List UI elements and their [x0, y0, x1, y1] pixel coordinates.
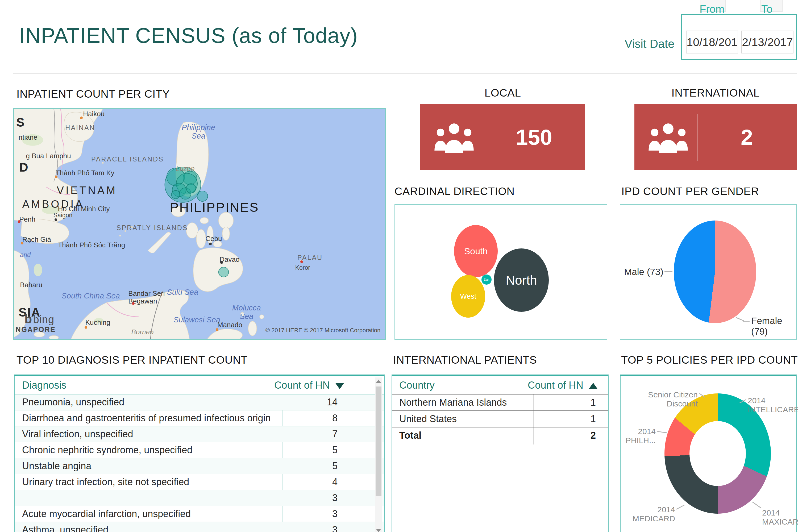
- count-cell: 1: [537, 411, 596, 427]
- cardinal-bubble-east[interactable]: East: [481, 274, 492, 285]
- map-city-dot: [220, 261, 223, 264]
- total-row: Total2: [392, 428, 608, 444]
- count-cell: 3: [284, 522, 338, 532]
- donut-label: 2014 INTELLICARE: [748, 396, 798, 414]
- count-cell: 3: [284, 490, 338, 506]
- country-col-header[interactable]: Country: [399, 380, 435, 391]
- diagnosis-cell: Acute myocardial infarction, unspecified: [22, 508, 191, 519]
- map-label: SPRATLY ISLANDS: [116, 224, 188, 231]
- scroll-up-icon[interactable]: [376, 380, 381, 383]
- diagnosis-cell: Diarrhoea and gastroenteritis of presume…: [22, 413, 271, 423]
- female-slice-label: Female (79): [751, 316, 796, 337]
- table-row[interactable]: Pneumonia, unspecified14: [15, 395, 384, 411]
- intl-rows: Northern Mariana Islands1 United States1…: [392, 395, 608, 444]
- map-label: D: [19, 161, 29, 174]
- policies-donut-chart: Senior Citizen Discount 2014 INTELLICARE…: [620, 375, 797, 532]
- map-label: g Bua Lamphu: [26, 152, 71, 160]
- map-attribution: © 2017 HERE © 2017 Microsoft Corporation: [265, 327, 380, 334]
- map-label: Thành Phố Tam Ky: [56, 169, 114, 177]
- vertical-scrollbar[interactable]: [375, 377, 382, 532]
- map-label: Sulu Sea: [167, 288, 198, 296]
- from-date-input[interactable]: [686, 31, 738, 54]
- map-city-dot: [84, 326, 87, 329]
- table-row[interactable]: Asthma, unspecified3: [15, 522, 384, 532]
- male-slice-label: Male (73): [620, 267, 663, 277]
- cardinal-direction-chart: SouthWestNorthEast: [395, 204, 607, 340]
- donut-leader-line: [657, 431, 667, 433]
- inpatient-city-map[interactable]: SHaikouHAINANntianeg Bua LamphuDPARACEL …: [13, 108, 386, 340]
- diagnosis-cell: Chronic nephritic syndrome, unspecified: [22, 444, 192, 455]
- map-label: ntiane: [19, 134, 38, 141]
- map-label: PHILIPPINES: [170, 200, 259, 215]
- diagnosis-rows: Pneumonia, unspecified14 Diarrhoea and g…: [15, 395, 384, 532]
- scroll-down-icon[interactable]: [376, 529, 381, 532]
- donut-label: 2014 MAXICARE: [762, 508, 798, 527]
- diagnosis-cell: Viral infection, unspecified: [22, 429, 133, 439]
- country-cell: United States: [399, 413, 457, 424]
- table-row[interactable]: Northern Mariana Islands1: [392, 395, 608, 411]
- international-card-title: INTERNATIONAL: [634, 87, 797, 99]
- international-count-value: 2: [697, 104, 797, 170]
- map-label: Philippine Sea: [182, 123, 215, 140]
- donut-hole: [689, 421, 746, 486]
- bing-logo[interactable]: b bing: [24, 312, 54, 326]
- diagnosis-col-header[interactable]: Diagnosis: [22, 380, 66, 391]
- map-labels: SHaikouHAINANntianeg Bua LamphuDPARACEL …: [14, 109, 385, 339]
- map-city-dot: [21, 242, 23, 244]
- gender-pie[interactable]: [674, 221, 756, 323]
- male-leader-line: [664, 271, 672, 272]
- scrollbar-thumb[interactable]: [376, 386, 381, 496]
- count-cell: 8: [284, 411, 338, 426]
- map-label: Saigon: [54, 212, 73, 219]
- policies-title: TOP 5 POLICIES PER IPD COUNT: [621, 354, 798, 366]
- map-city-dot: [55, 218, 57, 221]
- map-label: South China Sea: [61, 291, 120, 300]
- international-patients-table: Country Count of HN Northern Mariana Isl…: [392, 375, 609, 532]
- intl-patients-title: INTERNATIONAL PATIENTS: [393, 354, 537, 366]
- gender-title: IPD COUNT PER GENDER: [621, 185, 759, 198]
- map-label: HAINAN: [65, 124, 95, 131]
- count-cell: 4: [284, 474, 338, 490]
- map-label: Koror: [295, 264, 310, 271]
- table-row[interactable]: Unstable angina5: [15, 458, 384, 474]
- visit-date-label: Visit Date: [625, 37, 674, 51]
- table-row[interactable]: Chronic nephritic syndrome, unspecified5: [15, 442, 384, 458]
- people-group-icon: [432, 120, 477, 154]
- map-label: VIETNAM: [57, 184, 117, 196]
- diagnosis-cell: Urinary tract infection, site not specif…: [22, 476, 189, 487]
- table-row[interactable]: Acute myocardial infarction, unspecified…: [15, 506, 384, 522]
- total-value: 2: [537, 428, 596, 443]
- map-label: Sulawesi Sea: [173, 316, 220, 324]
- table-row[interactable]: 3: [15, 490, 384, 506]
- donut-label: 2014 MEDICARD: [630, 505, 675, 523]
- intl-table-header[interactable]: Country Count of HN: [392, 376, 608, 394]
- diagnosis-cell: Unstable angina: [22, 460, 91, 471]
- female-leader-line: [736, 317, 744, 321]
- count-col-header[interactable]: Count of HN: [274, 380, 330, 391]
- diagnosis-cell: Pneumonia, unspecified: [22, 397, 124, 407]
- international-count-card[interactable]: 2: [634, 104, 797, 170]
- table-row[interactable]: United States1: [392, 411, 608, 428]
- gender-pie-chart: Male (73) Female (79): [620, 204, 797, 340]
- people-group-icon: [646, 120, 691, 154]
- bing-text: bing: [33, 314, 55, 325]
- map-label: Molucca Sea: [232, 304, 261, 321]
- diagnosis-table-header[interactable]: Diagnosis Count of HN: [15, 376, 384, 394]
- map-label: Borneo: [131, 328, 154, 336]
- local-count-card[interactable]: 150: [420, 104, 585, 170]
- table-row[interactable]: Diarrhoea and gastroenteritis of presume…: [15, 411, 384, 426]
- table-row[interactable]: Viral infection, unspecified7: [15, 426, 384, 442]
- map-label: Luzon: [176, 165, 195, 173]
- map-label: PARACEL ISLANDS: [91, 155, 164, 163]
- to-date-input[interactable]: [741, 31, 794, 54]
- to-label: To: [761, 3, 773, 15]
- cardinal-bubble-north[interactable]: North: [494, 248, 549, 312]
- cardinal-bubble-south[interactable]: South: [454, 225, 498, 277]
- table-row[interactable]: Urinary tract infection, site not specif…: [15, 474, 384, 490]
- count-col-header[interactable]: Count of HN: [528, 380, 583, 391]
- sort-asc-icon[interactable]: [589, 383, 598, 389]
- sort-desc-icon[interactable]: [335, 383, 344, 389]
- map-label: Kuching: [86, 319, 110, 326]
- date-range-slicer: [681, 14, 797, 60]
- cardinal-bubble-west[interactable]: West: [451, 275, 485, 318]
